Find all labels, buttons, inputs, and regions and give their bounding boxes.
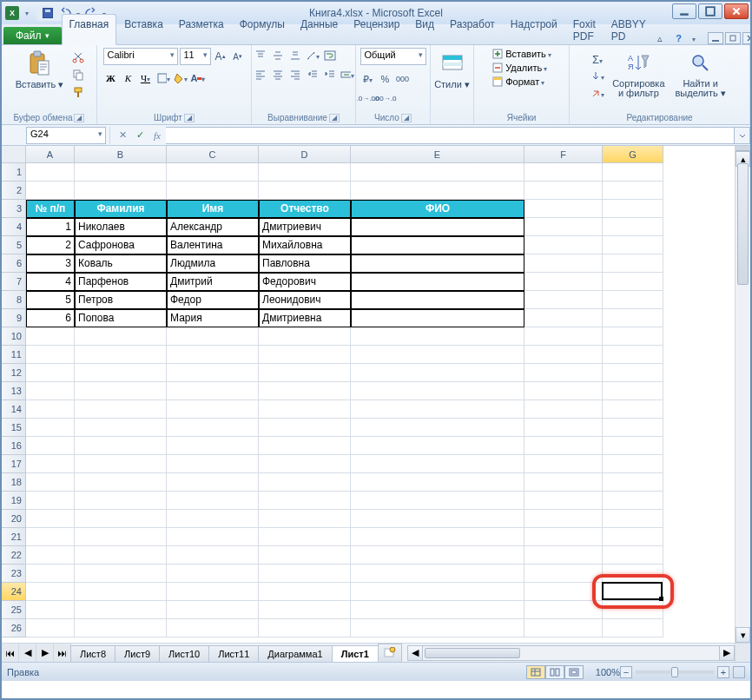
sheet-nav-first-button[interactable]: ⏮ bbox=[2, 644, 19, 662]
cell-D6[interactable]: Павловна bbox=[259, 254, 351, 273]
horizontal-split-handle[interactable] bbox=[735, 644, 750, 662]
cell-D4[interactable]: Дмитриевич bbox=[259, 218, 351, 236]
merge-center-icon[interactable] bbox=[340, 67, 355, 83]
window-minimize-button[interactable] bbox=[672, 3, 696, 19]
cell-D3[interactable]: Отчество bbox=[259, 200, 351, 218]
cell-G4[interactable] bbox=[603, 218, 663, 236]
format-painter-icon[interactable] bbox=[70, 84, 86, 100]
cell-B13[interactable] bbox=[75, 382, 167, 400]
align-center-icon[interactable] bbox=[270, 67, 286, 83]
cell-B9[interactable]: Попова bbox=[75, 309, 167, 327]
row-header-21[interactable]: 21 bbox=[2, 528, 26, 546]
cell-B18[interactable] bbox=[75, 473, 167, 492]
cell-B26[interactable] bbox=[75, 619, 167, 637]
ribbon-tab-надстрой[interactable]: Надстрой bbox=[503, 14, 565, 45]
cell-A9[interactable]: 6 bbox=[26, 309, 75, 327]
cell-E19[interactable] bbox=[351, 492, 524, 510]
cell-A17[interactable] bbox=[26, 455, 75, 473]
cell-F15[interactable] bbox=[524, 419, 603, 437]
cell-D10[interactable] bbox=[259, 327, 351, 346]
row-header-20[interactable]: 20 bbox=[2, 510, 26, 528]
cell-D23[interactable] bbox=[259, 565, 351, 583]
cell-D5[interactable]: Михайловна bbox=[259, 236, 351, 254]
cell-F19[interactable] bbox=[524, 492, 603, 510]
decrease-font-icon[interactable]: A▾ bbox=[230, 49, 246, 64]
cell-F25[interactable] bbox=[524, 601, 603, 619]
cell-G7[interactable] bbox=[603, 273, 663, 291]
cell-E4[interactable] bbox=[351, 218, 524, 236]
row-header-6[interactable]: 6 bbox=[2, 254, 26, 273]
cell-A19[interactable] bbox=[26, 492, 75, 510]
fill-icon[interactable] bbox=[590, 69, 605, 84]
cell-B15[interactable] bbox=[75, 419, 167, 437]
select-all-corner[interactable] bbox=[2, 146, 26, 163]
horizontal-scroll-thumb[interactable] bbox=[425, 648, 520, 658]
fx-icon[interactable]: fx bbox=[148, 127, 166, 144]
cell-G22[interactable] bbox=[603, 546, 663, 565]
cell-B2[interactable] bbox=[75, 182, 167, 200]
cell-D18[interactable] bbox=[259, 473, 351, 492]
cell-B8[interactable]: Петров bbox=[75, 291, 167, 309]
file-tab[interactable]: Файл▾ bbox=[3, 27, 62, 44]
font-size-select[interactable]: 11 bbox=[180, 48, 211, 65]
sheet-nav-next-button[interactable]: ▶ bbox=[36, 644, 54, 662]
row-header-2[interactable]: 2 bbox=[2, 182, 26, 200]
row-header-8[interactable]: 8 bbox=[2, 291, 26, 309]
row-header-11[interactable]: 11 bbox=[2, 346, 26, 364]
cell-D20[interactable] bbox=[259, 510, 351, 528]
row-header-4[interactable]: 4 bbox=[2, 218, 26, 236]
cell-D1[interactable] bbox=[259, 163, 351, 182]
cell-E25[interactable] bbox=[351, 601, 524, 619]
cell-G6[interactable] bbox=[603, 254, 663, 273]
cell-C6[interactable]: Людмила bbox=[167, 254, 259, 273]
cell-D13[interactable] bbox=[259, 382, 351, 400]
ribbon-tab-рецензир[interactable]: Рецензир bbox=[346, 14, 407, 45]
cell-D14[interactable] bbox=[259, 400, 351, 419]
cell-C19[interactable] bbox=[167, 492, 259, 510]
column-header-A[interactable]: A bbox=[26, 146, 75, 163]
cell-B11[interactable] bbox=[75, 346, 167, 364]
insert-cells-button[interactable]: Вставить bbox=[491, 48, 551, 60]
row-header-17[interactable]: 17 bbox=[2, 455, 26, 473]
cell-E11[interactable] bbox=[351, 346, 524, 364]
copy-icon[interactable] bbox=[70, 67, 86, 83]
ribbon-tab-разметка[interactable]: Разметка bbox=[171, 14, 232, 45]
cell-D15[interactable] bbox=[259, 419, 351, 437]
italic-button[interactable]: К bbox=[121, 70, 136, 86]
mdi-restore-button[interactable] bbox=[725, 32, 741, 44]
cell-D19[interactable] bbox=[259, 492, 351, 510]
row-header-23[interactable]: 23 bbox=[2, 565, 26, 583]
cell-C17[interactable] bbox=[167, 455, 259, 473]
cell-D22[interactable] bbox=[259, 546, 351, 565]
cell-E26[interactable] bbox=[351, 619, 524, 637]
zoom-percent-label[interactable]: 100% bbox=[596, 667, 620, 677]
underline-button[interactable]: Ч bbox=[138, 70, 154, 86]
cell-B3[interactable]: Фамилия bbox=[75, 200, 167, 218]
paste-button[interactable]: Вставить ▾ bbox=[12, 48, 68, 92]
minimize-ribbon-icon[interactable]: ▵ bbox=[654, 32, 666, 44]
cell-C11[interactable] bbox=[167, 346, 259, 364]
cell-C9[interactable]: Мария bbox=[167, 309, 259, 327]
scroll-left-button[interactable]: ◀ bbox=[407, 645, 423, 661]
formula-input[interactable] bbox=[166, 127, 735, 144]
cell-C3[interactable]: Имя bbox=[167, 200, 259, 218]
cell-A25[interactable] bbox=[26, 601, 75, 619]
zoom-slider-knob[interactable] bbox=[671, 667, 678, 677]
row-header-7[interactable]: 7 bbox=[2, 273, 26, 291]
sheet-tab-Лист11[interactable]: Лист11 bbox=[208, 645, 259, 662]
font-name-select[interactable]: Calibri bbox=[103, 48, 178, 65]
cell-B12[interactable] bbox=[75, 364, 167, 382]
cell-A3[interactable]: № п/п bbox=[26, 200, 75, 218]
cell-E9[interactable] bbox=[351, 309, 524, 327]
cell-F10[interactable] bbox=[524, 327, 603, 346]
row-header-12[interactable]: 12 bbox=[2, 364, 26, 382]
sheet-nav-last-button[interactable]: ⏭ bbox=[54, 644, 71, 662]
cell-C16[interactable] bbox=[167, 437, 259, 455]
cell-D21[interactable] bbox=[259, 528, 351, 546]
cell-F21[interactable] bbox=[524, 528, 603, 546]
cell-F4[interactable] bbox=[524, 218, 603, 236]
cell-G15[interactable] bbox=[603, 419, 663, 437]
cell-F12[interactable] bbox=[524, 364, 603, 382]
styles-button[interactable]: Стили ▾ bbox=[431, 48, 473, 92]
cell-E15[interactable] bbox=[351, 419, 524, 437]
